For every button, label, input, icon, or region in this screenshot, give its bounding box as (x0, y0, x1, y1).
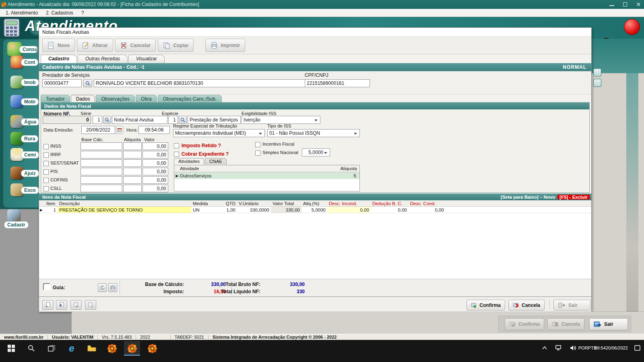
outer-sair-button[interactable]: Sair (589, 318, 628, 330)
file-explorer-button[interactable] (84, 341, 100, 356)
tipo-iss-select[interactable]: 01 - Não Possui ISSQN (267, 129, 360, 137)
sidebar-item-agua[interactable]: Água (0, 115, 40, 131)
tab-observacoes-canc[interactable]: Observações Canc./Sub. (158, 95, 222, 103)
inss-aliquota-input[interactable] (123, 142, 142, 150)
sest-senat-checkbox[interactable] (43, 161, 49, 166)
print-guia-button[interactable] (108, 283, 117, 292)
fiorilli-app-button-2[interactable] (124, 341, 140, 356)
pis-base-input[interactable] (80, 168, 122, 175)
simples-nacional-checkbox[interactable] (255, 150, 260, 156)
cobrar-expediente-checkbox[interactable] (174, 152, 179, 157)
cofins-aliquota-input[interactable] (123, 176, 142, 184)
fiorilli-app-button-3[interactable] (144, 341, 160, 356)
taskbar-search-button[interactable] (23, 341, 39, 356)
csll-checkbox[interactable] (43, 186, 49, 191)
prestador-name-input[interactable]: RONIVALDO VICENTE BELCHIOR 83831070130 (94, 79, 308, 87)
confirma-button[interactable]: Confirma (466, 300, 505, 311)
alterar-button[interactable]: Alterar (77, 39, 113, 52)
hora-input[interactable]: 09:54:06 (138, 126, 170, 134)
prestador-search-button[interactable] (83, 79, 92, 87)
irrf-valor-input[interactable]: 0,00 (142, 151, 168, 158)
especie-search-button[interactable] (179, 116, 187, 124)
minimize-button[interactable] (609, 3, 614, 6)
tab-dados[interactable]: Dados (71, 95, 95, 103)
record-nav-button-2[interactable] (56, 300, 67, 310)
csll-base-input[interactable] (80, 185, 122, 192)
csll-aliquota-input[interactable] (123, 185, 142, 192)
record-nav-button-1[interactable] (42, 300, 54, 310)
sidebar-item-escola[interactable]: Esco (0, 183, 40, 200)
sair-button[interactable]: Sair (553, 300, 590, 311)
cancela-button[interactable]: Cancela (508, 300, 545, 311)
tray-chevron-button[interactable] (542, 340, 547, 356)
pis-aliquota-input[interactable] (123, 168, 142, 175)
cancelar-button[interactable]: Cancelar (115, 39, 156, 52)
network-tray-button[interactable] (555, 340, 563, 356)
irrf-base-input[interactable] (80, 151, 122, 158)
menu-help[interactable]: ? (78, 10, 87, 16)
especie-input[interactable]: 1 (168, 116, 178, 124)
data-emissao-input[interactable]: 20/06/2022 (81, 126, 115, 134)
tab-obra[interactable]: Obra (136, 95, 157, 103)
inss-base-input[interactable] (80, 142, 122, 150)
tab-outras-receitas[interactable]: Outras Receitas (78, 55, 128, 63)
incentivo-fiscal-checkbox[interactable] (255, 142, 260, 147)
sidebar-item-ajuizamento[interactable]: Ajuiz (0, 167, 40, 183)
pis-valor-input[interactable]: 0,00 (142, 168, 168, 175)
close-button[interactable]: ✕ (636, 1, 641, 8)
serie-search-button[interactable] (103, 116, 111, 124)
sest-senat-aliquota-input[interactable] (123, 159, 142, 167)
menu-cadastros[interactable]: 2. Cadastros (43, 10, 76, 16)
sidebar-item-cemiterio[interactable]: Cemi (0, 148, 40, 164)
irrf-aliquota-input[interactable] (123, 151, 142, 158)
imposto-retido-checkbox[interactable] (174, 143, 179, 148)
refresh-guia-button[interactable] (98, 283, 107, 292)
cofins-checkbox[interactable] (43, 178, 49, 183)
especie-desc-input[interactable]: Prestação de Serviços (188, 116, 241, 124)
pis-checkbox[interactable] (43, 169, 49, 175)
sest-senat-valor-input[interactable]: 0,00 (142, 159, 168, 167)
sidebar-item-cadastro[interactable]: Cadastr (0, 209, 40, 225)
atividade-row[interactable]: ▶ OutrosServiços 5 (174, 172, 359, 179)
inss-checkbox[interactable] (43, 144, 49, 149)
quick-grid-icon[interactable] (593, 68, 601, 76)
tab-cadastro[interactable]: Cadastro (41, 55, 77, 63)
tab-visualizar[interactable]: Visualizar (128, 55, 165, 63)
sidebar-item-contribuinte[interactable]: Cont (0, 56, 40, 72)
clock-indicator[interactable]: 09:54 20/06/2022 (594, 340, 628, 356)
outer-confirma-button[interactable]: Confirma (505, 318, 544, 330)
sest-senat-base-input[interactable] (80, 159, 122, 167)
serie-input[interactable]: 1 (93, 116, 102, 124)
serie-desc-input[interactable]: Nota Fiscal Avulsa (112, 116, 167, 124)
guia-checkbox[interactable] (43, 283, 50, 290)
cofins-valor-input[interactable]: 0,00 (142, 176, 168, 184)
inss-valor-input[interactable]: 0,00 (142, 142, 168, 150)
tab-cnae[interactable]: CNAE (205, 158, 227, 165)
tab-atividades[interactable]: Atividades (174, 158, 204, 165)
simples-aliquota-select[interactable]: 5,0000 (302, 148, 330, 156)
maximize-button[interactable] (623, 2, 627, 6)
edge-browser-button[interactable]: e (64, 341, 80, 356)
imprimir-button[interactable]: Imprimir (205, 39, 245, 52)
exigibilidade-select[interactable]: Isenção (242, 116, 320, 124)
volume-tray-button[interactable] (570, 340, 577, 356)
item-row[interactable]: ▶ 1 PRESTAÇÃO DE SERVIÇO DE TORNO UN 1,0… (39, 207, 591, 213)
copiar-button[interactable]: Copiar (158, 39, 194, 52)
sidebar-item-rural[interactable]: Rura (0, 132, 40, 148)
tab-observacoes[interactable]: Observações (96, 95, 135, 103)
numero-nf-input[interactable]: 0 (43, 116, 91, 124)
tab-tomador[interactable]: Tomador (41, 95, 70, 103)
notification-center-button[interactable] (634, 340, 641, 356)
irrf-checkbox[interactable] (43, 152, 49, 158)
start-button[interactable] (3, 341, 19, 356)
calendar-button[interactable] (116, 126, 123, 134)
menu-atendimento[interactable]: 1. Atendimento (2, 10, 41, 16)
novo-button[interactable]: Novo (42, 39, 75, 52)
record-nav-button-4[interactable] (85, 300, 96, 310)
quick-list-icon[interactable] (593, 79, 601, 87)
sidebar-item-mobiliario[interactable]: Mobi (0, 95, 40, 111)
record-nav-button-3[interactable] (70, 300, 82, 310)
cofins-base-input[interactable] (80, 176, 122, 184)
regime-select[interactable]: Microempresário Individual (MEI) (173, 129, 265, 137)
exit-orb-button[interactable] (624, 19, 640, 35)
